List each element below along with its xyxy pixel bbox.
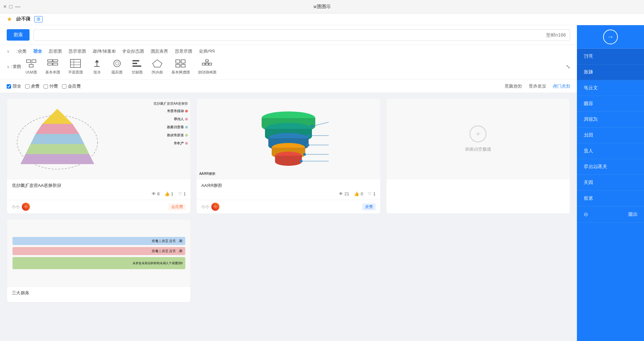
sidebar-item-related[interactable]: 因关 <box>577 175 644 191</box>
svg-rect-33 <box>206 63 208 65</box>
chart-icon-closed[interactable]: 路向闭 <box>151 58 163 75</box>
card-empty[interactable]: + 新建空白画布 <box>386 98 570 214</box>
svg-point-16 <box>115 62 119 65</box>
sort-favorites[interactable]: 优收藏景 <box>504 83 522 89</box>
card-funnel[interactable]: 初始一次最是 段阶标指 段阶中处 标指数 段阶转 化数标指 出成产 量数标指 成… <box>196 98 380 214</box>
free-label: 费免 <box>31 83 40 89</box>
flat-icon <box>69 58 82 68</box>
search-input[interactable] <box>34 29 570 41</box>
checkbox-free[interactable]: 费免 <box>25 83 40 89</box>
arrow-icon <box>91 58 103 68</box>
filter-all[interactable]: 全部 <box>33 48 42 54</box>
sidebar-item-compare[interactable]: 田比 <box>577 128 644 143</box>
related-label: 因关 <box>584 180 593 186</box>
sidebar-item-export-relation[interactable]: 关系以出导 <box>577 159 644 175</box>
window-title: 示图图⊎ <box>313 4 331 10</box>
chart-icon-uml[interactable]: 图MJU <box>25 58 37 75</box>
sidebar-item-person[interactable]: 人是 <box>577 143 644 159</box>
chart-icon-circle[interactable]: 图讯圆 <box>111 58 123 75</box>
recent-label: 容颜 <box>584 101 593 107</box>
title-bar: × □ — 示图图⊎ <box>0 0 644 13</box>
member-checkbox[interactable] <box>62 84 66 89</box>
chart-icon-arrow[interactable]: 长箭 <box>91 58 103 75</box>
card-stats-2: 👁 21 👍 0 ♡ 1 <box>201 191 375 196</box>
thumb-icon-1: 👍 <box>164 191 170 196</box>
org-icon <box>201 58 213 68</box>
checkbox-paid[interactable]: 费付 <box>44 83 58 89</box>
cards-grid: 塔锥形AA营造飞瓣结弃 item1 <box>7 98 570 302</box>
card-stats-1: 👁 8 👍 1 ♡ 1 <box>12 191 186 196</box>
travel-label: 发游 <box>584 195 593 201</box>
card-title-1: 轻塔锥形AA营造飞瓣结弃 <box>12 183 186 189</box>
chart-icon-gantt[interactable]: 图辅甘 <box>131 58 143 75</box>
hearts-stat-1: ♡ 1 <box>178 191 186 196</box>
heart-icon-2: ♡ <box>368 191 372 196</box>
card-table[interactable]: 保、方云 立出△参次 保、方云 立出△参次 5区图良个人际从供传传以供从业专从 … <box>7 219 191 302</box>
filter-mind[interactable]: 图形导思 <box>68 48 86 54</box>
svg-rect-32 <box>202 63 205 65</box>
chart-icon-network[interactable]: 图数网本基 <box>171 58 190 75</box>
maximize-icon[interactable]: □ <box>9 4 12 10</box>
plus-icon: + <box>470 126 486 142</box>
views-count-1: 8 <box>157 191 160 196</box>
format-label: 式容民 <box>584 116 598 123</box>
close-icon[interactable]: × <box>3 4 6 10</box>
chart-icon-org[interactable]: 图构框织组 <box>198 58 216 75</box>
sidebar-item-travel[interactable]: 发游 <box>577 191 644 206</box>
window-controls[interactable]: × □ — <box>3 4 20 10</box>
paid-label: 费付 <box>49 83 58 89</box>
filter-flow[interactable]: 图形流 <box>49 48 62 54</box>
svg-rect-4 <box>48 60 52 62</box>
pyramid-visualization: 塔锥形AA营造飞瓣结弃 item1 <box>7 99 191 179</box>
likes-count-1: 1 <box>171 191 173 196</box>
svg-rect-8 <box>70 59 80 67</box>
right-sidebar: → 开打 截谁 文云岁 容颜 式容民 田比 人是 关系以出导 因关 <box>577 25 644 341</box>
logo-text: 蓟不仙 <box>16 16 30 22</box>
logo-badge-icon: 图 <box>34 16 43 22</box>
network-label: 图数网本基 <box>171 70 190 75</box>
svg-marker-20 <box>153 60 162 67</box>
org-label: 图构框织组 <box>198 70 216 75</box>
svg-rect-17 <box>132 60 139 61</box>
sort-recent[interactable]: 近发布景 <box>529 83 546 89</box>
sidebar-item-exit[interactable]: ⊖ 出眼 <box>577 206 644 223</box>
views-stat-1: 👁 8 <box>152 191 160 196</box>
checkbox-all[interactable]: 全部 <box>7 83 21 89</box>
card-pyramid[interactable]: 塔锥形AA营造飞瓣结弃 item1 <box>7 98 191 214</box>
svg-rect-34 <box>209 63 212 65</box>
thumb-icon-2: 👍 <box>354 191 359 196</box>
sort-popular[interactable]: 优先门热 <box>553 83 570 89</box>
sidebar-item-format[interactable]: 式容民 <box>577 112 644 128</box>
free-checkbox[interactable] <box>25 84 30 89</box>
card-tag-1: 费员会 <box>168 203 186 210</box>
filter-dynamic[interactable]: 图态动业专 <box>122 48 144 54</box>
paid-checkbox[interactable] <box>44 84 48 89</box>
common-chevron-icon[interactable]: ∨ <box>7 64 10 69</box>
minimize-icon[interactable]: — <box>15 4 20 10</box>
uml-label: 图MJU <box>25 70 37 75</box>
card-title-2: 塔锥RRAA <box>201 183 375 189</box>
chart-icon-flat[interactable]: 图置面平 <box>68 58 83 75</box>
sidebar-item-open[interactable]: 开打 <box>577 49 644 64</box>
gantt-label: 图辅甘 <box>131 70 143 75</box>
chart-icon-serial[interactable]: 图串本基 <box>45 58 60 75</box>
export-relation-label: 关系以出导 <box>584 164 607 170</box>
all-checkbox[interactable] <box>7 84 11 89</box>
sidebar-item-template[interactable]: 截谁 <box>577 64 644 80</box>
arrow-label: 长箭 <box>93 70 101 75</box>
sidebar-item-recent[interactable]: 容颜 <box>577 96 644 112</box>
filter-more[interactable]: PP\商业 <box>199 48 215 54</box>
filter-material[interactable]: 体素材\料炼 <box>93 48 116 54</box>
template-grid: 塔锥形AA营造飞瓣结弃 item1 <box>0 93 577 341</box>
search-button[interactable]: 索搜 <box>7 29 30 41</box>
expand-arrows-icon[interactable]: ⤡ <box>566 63 570 70</box>
filter-business[interactable]: 图导景思 <box>175 48 192 54</box>
sidebar-item-cloud[interactable]: 文云岁 <box>577 80 644 96</box>
checkbox-member[interactable]: 费员会 <box>62 83 81 89</box>
svg-rect-5 <box>53 60 58 62</box>
network-icon <box>174 58 186 68</box>
sidebar-arrow-btn[interactable]: → <box>577 25 644 49</box>
chevron-down-icon[interactable]: ∨ <box>7 49 10 54</box>
eye-icon: 👁 <box>152 191 156 196</box>
filter-ppt[interactable]: 秀表流图 <box>151 48 168 54</box>
